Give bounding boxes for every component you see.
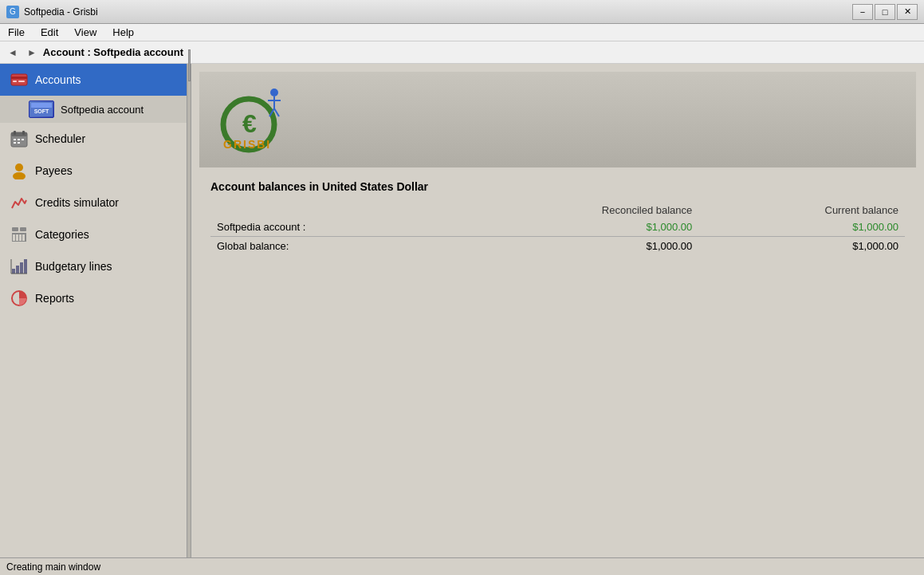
breadcrumb-back[interactable]: ◄: [5, 45, 21, 60]
sidebar-accounts-label: Accounts: [35, 73, 81, 86]
logo-banner: € GRISBI: [199, 72, 916, 167]
breadcrumb-bar: ◄ ► Account : Softpedia account: [0, 41, 924, 64]
sidebar-item-payees[interactable]: Payees: [0, 155, 187, 187]
global-current: $1,000.00: [698, 237, 905, 256]
grisbi-logo: € GRISBI: [218, 86, 298, 154]
sidebar-categories-label: Categories: [35, 228, 89, 241]
menu-bar: File Edit View Help: [0, 24, 924, 41]
sidebar-item-categories[interactable]: Categories: [0, 219, 187, 250]
menu-view[interactable]: View: [66, 25, 104, 40]
balance-section: Account balances in United States Dollar…: [191, 167, 924, 268]
svg-rect-29: [20, 262, 23, 274]
subaccount-icon: SOFT: [29, 100, 54, 118]
svg-rect-19: [20, 227, 26, 231]
svg-rect-23: [18, 233, 19, 242]
sidebar-item-accounts[interactable]: Accounts: [0, 64, 187, 96]
svg-rect-15: [18, 142, 20, 144]
window-title: Softpedia - Grisbi: [24, 6, 98, 18]
table-row: Softpedia account : $1,000.00 $1,000.00: [210, 218, 905, 237]
svg-rect-0: [11, 74, 27, 85]
sidebar-item-reports[interactable]: Reports: [0, 282, 187, 314]
svg-rect-1: [11, 77, 27, 79]
close-button[interactable]: ✕: [897, 4, 918, 20]
svg-text:SOFT: SOFT: [34, 108, 49, 114]
sidebar-payees-label: Payees: [35, 164, 73, 177]
menu-help[interactable]: Help: [104, 25, 142, 40]
breadcrumb-forward[interactable]: ►: [24, 45, 40, 60]
app-icon: G: [6, 6, 19, 18]
sidebar-budgetary-label: Budgetary lines: [35, 260, 112, 273]
svg-rect-14: [14, 142, 16, 144]
title-bar-left: G Softpedia - Grisbi: [6, 6, 98, 18]
svg-point-37: [270, 89, 278, 96]
svg-rect-30: [24, 259, 27, 274]
current-amount: $1,000.00: [698, 218, 905, 237]
current-header: Current balance: [698, 203, 905, 218]
budgetary-icon: [10, 257, 29, 276]
svg-rect-10: [22, 131, 25, 135]
svg-rect-27: [12, 269, 15, 274]
global-label: Global balance:: [210, 237, 453, 256]
reconciled-header: Reconciled balance: [453, 203, 699, 218]
balance-table: Reconciled balance Current balance Softp…: [210, 203, 905, 255]
svg-rect-21: [12, 233, 13, 242]
svg-rect-13: [22, 139, 24, 140]
svg-text:€: €: [242, 109, 257, 138]
svg-rect-12: [18, 139, 20, 140]
account-name: Softpedia account :: [210, 218, 453, 237]
menu-file[interactable]: File: [0, 25, 33, 40]
global-balance-row: Global balance: $1,000.00 $1,000.00: [210, 237, 905, 256]
svg-rect-25: [25, 233, 26, 242]
sidebar-reports-label: Reports: [35, 292, 74, 305]
sidebar-subitem-softpedia[interactable]: SOFT Softpedia account: [0, 96, 187, 123]
svg-rect-3: [18, 81, 25, 82]
scheduler-icon: [10, 129, 29, 148]
svg-rect-5: [31, 103, 52, 108]
maximize-button[interactable]: □: [875, 4, 895, 20]
svg-rect-11: [14, 139, 16, 140]
sidebar-item-budgetary[interactable]: Budgetary lines: [0, 250, 187, 282]
categories-icon: [10, 225, 29, 244]
sidebar-item-scheduler[interactable]: Scheduler: [0, 123, 187, 155]
svg-rect-28: [16, 266, 19, 274]
content-area: € GRISBI Account balances in United Stat…: [191, 64, 924, 557]
menu-edit[interactable]: Edit: [33, 25, 66, 40]
global-reconciled: $1,000.00: [453, 237, 699, 256]
sidebar: Accounts SOFT Softpedia account: [0, 64, 187, 557]
svg-rect-22: [15, 233, 16, 242]
svg-rect-26: [12, 241, 26, 242]
splitter-handle: [188, 49, 191, 81]
accounts-icon: [10, 70, 29, 89]
svg-rect-24: [22, 233, 22, 242]
credits-icon: [10, 193, 29, 212]
reconciled-amount: $1,000.00: [453, 218, 699, 237]
subaccount-label: Softpedia account: [61, 104, 144, 116]
svg-point-16: [15, 163, 23, 171]
svg-rect-2: [13, 81, 17, 82]
sidebar-credits-label: Credits simulator: [35, 196, 119, 209]
minimize-button[interactable]: −: [852, 4, 873, 20]
main-layout: Accounts SOFT Softpedia account: [0, 64, 924, 557]
reports-icon: [10, 289, 29, 308]
svg-point-17: [13, 172, 26, 179]
title-bar: G Softpedia - Grisbi − □ ✕: [0, 0, 924, 24]
title-bar-buttons: − □ ✕: [852, 4, 918, 20]
balance-title: Account balances in United States Dollar: [210, 180, 905, 193]
breadcrumb-text: Account : Softpedia account: [43, 46, 183, 58]
sidebar-scheduler-label: Scheduler: [35, 132, 85, 145]
svg-rect-18: [12, 227, 18, 231]
svg-rect-9: [14, 131, 16, 135]
sidebar-item-credits[interactable]: Credits simulator: [0, 187, 187, 219]
payees-icon: [10, 161, 29, 180]
svg-text:GRISBI: GRISBI: [223, 138, 271, 151]
